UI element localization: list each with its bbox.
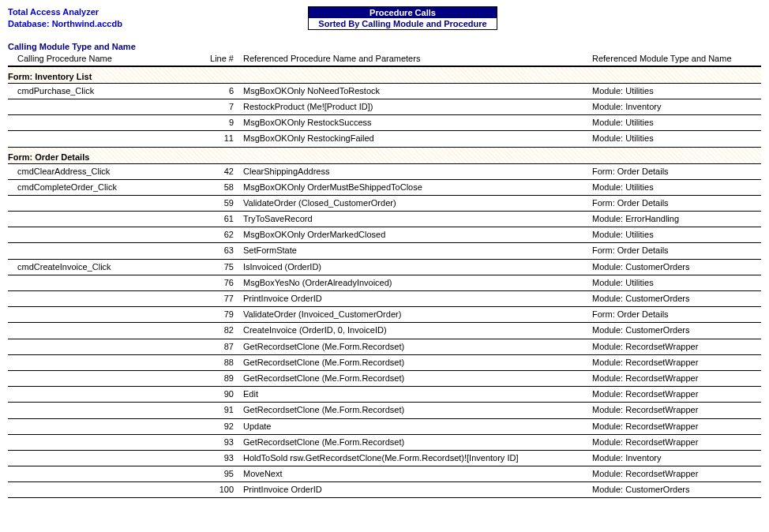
- table-row: 93HoldToSold rsw.GetRecordsetClone(Me.Fo…: [8, 451, 761, 466]
- cell-mod: Module: CustomerOrders: [592, 294, 761, 304]
- cell-mod: Module: RecordsetWrapper: [592, 389, 761, 399]
- cell-line: 62: [207, 230, 238, 240]
- cell-proc: [8, 437, 207, 448]
- table-row: 89GetRecordsetClone (Me.Form.Recordset)M…: [8, 371, 761, 387]
- cell-mod: Module: Inventory: [592, 453, 761, 463]
- database-line: Database: Northwind.accdb: [8, 18, 308, 30]
- table-row: cmdCompleteOrder_Click58MsgBoxOKOnly Ord…: [8, 180, 761, 196]
- cell-line: 61: [207, 214, 238, 224]
- cell-proc: [8, 469, 207, 479]
- cell-mod: Module: RecordsetWrapper: [592, 469, 761, 479]
- cell-proc: [8, 294, 207, 304]
- table-row: 91GetRecordsetClone (Me.Form.Recordset)M…: [8, 403, 761, 418]
- cell-proc: [8, 325, 207, 335]
- table-row: 62MsgBoxOKOnly OrderMarkedClosedModule: …: [8, 227, 761, 243]
- cell-proc: [8, 133, 207, 144]
- cell-ref: SetFormState: [238, 245, 592, 256]
- cell-line: 76: [207, 278, 238, 288]
- cell-mod: Module: CustomerOrders: [592, 325, 761, 335]
- table-row: 61TryToSaveRecordModule: ErrorHandling: [8, 212, 761, 227]
- cell-mod: Form: Order Details: [592, 245, 761, 256]
- table-row: 59ValidateOrder (Closed_CustomerOrder)Fo…: [8, 196, 761, 212]
- table-row: 77PrintInvoice OrderIDModule: CustomerOr…: [8, 291, 761, 307]
- cell-ref: HoldToSold rsw.GetRecordsetClone(Me.Form…: [238, 453, 592, 463]
- cell-ref: MsgBoxOKOnly NoNeedToRestock: [238, 86, 592, 96]
- cell-ref: MsgBoxOKOnly OrderMustBeShippedToClose: [238, 182, 592, 193]
- cell-proc: cmdCreateInvoice_Click: [8, 262, 207, 272]
- cell-proc: [8, 342, 207, 352]
- table-row: 79ValidateOrder (Invoiced_CustomerOrder)…: [8, 307, 761, 323]
- table-row: 87GetRecordsetClone (Me.Form.Recordset)M…: [8, 339, 761, 355]
- cell-proc: [8, 389, 207, 399]
- report-title: Procedure Calls: [309, 7, 497, 18]
- cell-mod: Module: Utilities: [592, 86, 761, 96]
- table-row: 63SetFormStateForm: Order Details: [8, 243, 761, 259]
- cell-ref: RestockProduct (Me![Product ID]): [238, 102, 592, 112]
- cell-line: 9: [207, 118, 238, 128]
- cell-mod: Module: Utilities: [592, 133, 761, 144]
- cell-ref: GetRecordsetClone (Me.Form.Recordset): [238, 342, 592, 352]
- cell-mod: Module: RecordsetWrapper: [592, 437, 761, 448]
- cell-proc: cmdClearAddress_Click: [8, 167, 207, 177]
- cell-mod: Module: Utilities: [592, 278, 761, 288]
- cell-line: 93: [207, 437, 238, 448]
- report-header: Total Access Analyzer Database: Northwin…: [8, 6, 761, 31]
- cell-line: 82: [207, 325, 238, 335]
- cell-line: 89: [207, 373, 238, 384]
- cell-ref: GetRecordsetClone (Me.Form.Recordset): [238, 358, 592, 368]
- cell-line: 11: [207, 133, 238, 144]
- cell-mod: Form: Order Details: [592, 167, 761, 177]
- cell-proc: cmdCompleteOrder_Click: [8, 182, 207, 193]
- cell-proc: [8, 245, 207, 256]
- cell-ref: GetRecordsetClone (Me.Form.Recordset): [238, 437, 592, 448]
- cell-ref: ClearShippingAddress: [238, 167, 592, 177]
- cell-line: 42: [207, 167, 238, 177]
- cell-ref: TryToSaveRecord: [238, 214, 592, 224]
- cell-line: 87: [207, 342, 238, 352]
- cell-line: 7: [207, 102, 238, 112]
- cell-mod: Module: RecordsetWrapper: [592, 421, 761, 432]
- cell-proc: [8, 373, 207, 384]
- cell-line: 90: [207, 389, 238, 399]
- cell-ref: CreateInvoice (OrderID, 0, InvoiceID): [238, 325, 592, 335]
- table-row: cmdPurchase_Click6MsgBoxOKOnly NoNeedToR…: [8, 84, 761, 99]
- col-header-line: Line #: [207, 54, 238, 63]
- cell-line: 91: [207, 405, 238, 415]
- table-row: 100PrintInvoice OrderIDModule: CustomerO…: [8, 482, 761, 498]
- cell-proc: [8, 230, 207, 240]
- report-body: Form: Inventory ListcmdPurchase_Click6Ms…: [8, 67, 761, 499]
- cell-proc: cmdPurchase_Click: [8, 86, 207, 96]
- cell-ref: ValidateOrder (Closed_CustomerOrder): [238, 198, 592, 208]
- cell-proc: [8, 102, 207, 112]
- cell-mod: Module: ErrorHandling: [592, 214, 761, 224]
- cell-line: 75: [207, 262, 238, 272]
- cell-line: 79: [207, 309, 238, 320]
- cell-mod: Module: CustomerOrders: [592, 485, 761, 495]
- cell-mod: Module: RecordsetWrapper: [592, 358, 761, 368]
- cell-mod: Module: RecordsetWrapper: [592, 373, 761, 384]
- cell-line: 100: [207, 485, 238, 495]
- cell-mod: Form: Order Details: [592, 309, 761, 320]
- cell-line: 92: [207, 421, 238, 432]
- cell-ref: Edit: [238, 389, 592, 399]
- cell-ref: PrintInvoice OrderID: [238, 294, 592, 304]
- cell-mod: Form: Order Details: [592, 198, 761, 208]
- cell-proc: [8, 358, 207, 368]
- database-name: Northwind.accdb: [52, 19, 122, 28]
- cell-ref: MsgBoxOKOnly OrderMarkedClosed: [238, 230, 592, 240]
- cell-mod: Module: Utilities: [592, 118, 761, 128]
- table-row: 76MsgBoxYesNo (OrderAlreadyInvoiced)Modu…: [8, 275, 761, 291]
- cell-ref: IsInvoiced (OrderID): [238, 262, 592, 272]
- table-row: 95MoveNextModule: RecordsetWrapper: [8, 466, 761, 482]
- report-subtitle: Sorted By Calling Module and Procedure: [309, 18, 497, 29]
- cell-line: 93: [207, 453, 238, 463]
- cell-line: 63: [207, 245, 238, 256]
- cell-ref: MsgBoxOKOnly RestockingFailed: [238, 133, 592, 144]
- col-header-mod: Referenced Module Type and Name: [592, 54, 761, 63]
- cell-ref: PrintInvoice OrderID: [238, 485, 592, 495]
- cell-proc: [8, 485, 207, 495]
- cell-proc: [8, 118, 207, 128]
- cell-proc: [8, 309, 207, 320]
- group-header: Form: Inventory List: [8, 67, 761, 84]
- table-row: 88GetRecordsetClone (Me.Form.Recordset)M…: [8, 355, 761, 371]
